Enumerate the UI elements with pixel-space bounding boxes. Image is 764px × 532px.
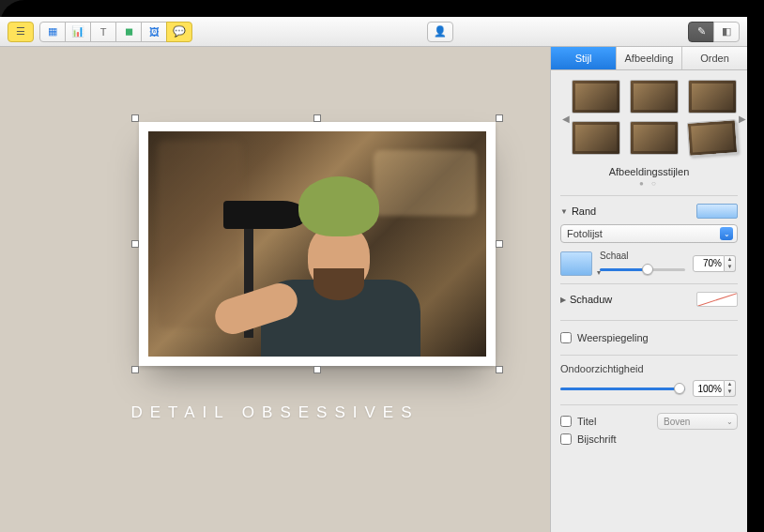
text-button[interactable]: T — [90, 22, 116, 42]
resize-handle-tl[interactable] — [131, 114, 139, 122]
comment-button[interactable]: 💬 — [166, 22, 192, 42]
select-chevron-icon: ⌄ — [726, 418, 733, 426]
document-icon: ◧ — [722, 25, 731, 38]
tab-image[interactable]: Afbeelding — [617, 47, 682, 69]
resize-handle-t[interactable] — [313, 114, 321, 122]
styles-prev-button[interactable]: ◀ — [560, 114, 572, 124]
border-type-value: Fotolijst — [567, 228, 603, 239]
caption-label: Bijschrift — [577, 433, 617, 445]
reflection-section: Weerspiegeling — [560, 320, 738, 355]
chart-icon: 📊 — [71, 25, 84, 38]
view-icon: ☰ — [16, 25, 25, 38]
scale-stepper[interactable]: ▲▼ — [693, 255, 738, 272]
document-inspector-button[interactable]: ◧ — [713, 22, 740, 42]
resize-handle-l[interactable] — [131, 240, 139, 248]
title-label: Titel — [577, 416, 596, 427]
slide-canvas[interactable]: DETAIL OBSESSIVES — [0, 47, 550, 532]
resize-handle-br[interactable] — [496, 366, 503, 373]
title-checkbox[interactable] — [560, 416, 572, 427]
table-icon: ▦ — [48, 25, 57, 38]
selected-image[interactable] — [139, 122, 496, 366]
style-preset-6[interactable] — [687, 119, 738, 157]
stepper-down-icon[interactable]: ▼ — [725, 264, 735, 271]
media-icon: 🖼 — [149, 26, 160, 38]
style-preset-5[interactable] — [630, 121, 679, 155]
view-toggle-button[interactable]: ☰ — [8, 22, 34, 42]
reflection-checkbox[interactable] — [560, 332, 572, 343]
shadow-preview-swatch[interactable] — [696, 292, 738, 307]
style-preset-4[interactable] — [572, 121, 620, 155]
shadow-label: Schaduw — [570, 294, 612, 305]
opacity-value-input[interactable] — [693, 380, 725, 397]
border-type-select[interactable]: Fotolijst ⌄ — [560, 224, 738, 243]
border-preview-swatch[interactable] — [696, 204, 738, 219]
reflection-label: Weerspiegeling — [577, 332, 649, 343]
style-preset-2[interactable] — [630, 80, 679, 114]
disclosure-icon[interactable]: ▼ — [560, 207, 568, 216]
border-section: ▼Rand Fotolijst ⌄ Schaal — [560, 195, 738, 283]
resize-handle-bl[interactable] — [131, 366, 139, 373]
slide-caption[interactable]: DETAIL OBSESSIVES — [0, 403, 550, 422]
toolbar: ☰ ▦ 📊 T ◼ 🖼 💬 👤 ✎ ◧ — [0, 17, 747, 47]
opacity-slider[interactable] — [560, 382, 685, 395]
title-position-select[interactable]: Boven ⌄ — [657, 413, 738, 430]
stepper-up-icon[interactable]: ▲ — [725, 256, 735, 264]
style-preset-1[interactable] — [572, 80, 620, 114]
inspector-tabs: Stijl Afbeelding Orden — [551, 47, 747, 70]
title-caption-section: Titel Boven ⌄ Bijschrift — [560, 404, 738, 456]
media-button[interactable]: 🖼 — [141, 22, 167, 42]
resize-handle-tr[interactable] — [496, 114, 503, 122]
shape-icon: ◼ — [125, 25, 133, 38]
format-icon: ✎ — [697, 25, 706, 38]
scale-value-input[interactable] — [693, 255, 725, 272]
styles-next-button[interactable]: ▶ — [737, 114, 747, 124]
table-button[interactable]: ▦ — [39, 22, 66, 42]
shadow-section: ▶Schaduw — [560, 283, 738, 320]
scale-label: Schaal — [600, 251, 685, 261]
format-inspector-button[interactable]: ✎ — [688, 22, 714, 42]
photo-content — [148, 131, 486, 357]
caption-checkbox[interactable] — [560, 433, 572, 445]
stepper-up-icon[interactable]: ▲ — [725, 381, 735, 388]
opacity-section: Ondoorzichtigheid ▲▼ — [560, 355, 738, 404]
resize-handle-b[interactable] — [313, 366, 321, 373]
tab-style[interactable]: Stijl — [551, 47, 617, 69]
resize-handle-r[interactable] — [496, 240, 503, 248]
styles-title: Afbeeldingsstijlen — [560, 166, 738, 177]
collaborate-icon: 👤 — [434, 25, 447, 38]
shape-button[interactable]: ◼ — [115, 22, 142, 42]
format-inspector: Stijl Afbeelding Orden ◀ ▶ — [550, 47, 747, 532]
collaborate-button[interactable]: 👤 — [427, 22, 453, 42]
disclosure-icon[interactable]: ▶ — [560, 296, 566, 304]
select-chevron-icon: ⌄ — [720, 227, 733, 240]
opacity-stepper[interactable]: ▲▼ — [693, 380, 738, 397]
comment-icon: 💬 — [173, 25, 186, 38]
border-label: Rand — [572, 205, 596, 217]
image-styles-grid — [572, 80, 737, 155]
title-position-value: Boven — [664, 417, 690, 427]
styles-page-dots[interactable]: ● ○ — [560, 179, 738, 188]
opacity-label: Ondoorzichtigheid — [560, 363, 738, 374]
text-icon: T — [100, 26, 107, 38]
tab-arrange[interactable]: Orden — [682, 47, 747, 69]
scale-slider[interactable] — [600, 263, 685, 276]
stepper-down-icon[interactable]: ▼ — [725, 388, 735, 396]
style-preset-3[interactable] — [688, 80, 737, 114]
chart-button[interactable]: 📊 — [65, 22, 91, 42]
frame-style-swatch[interactable] — [560, 251, 592, 276]
